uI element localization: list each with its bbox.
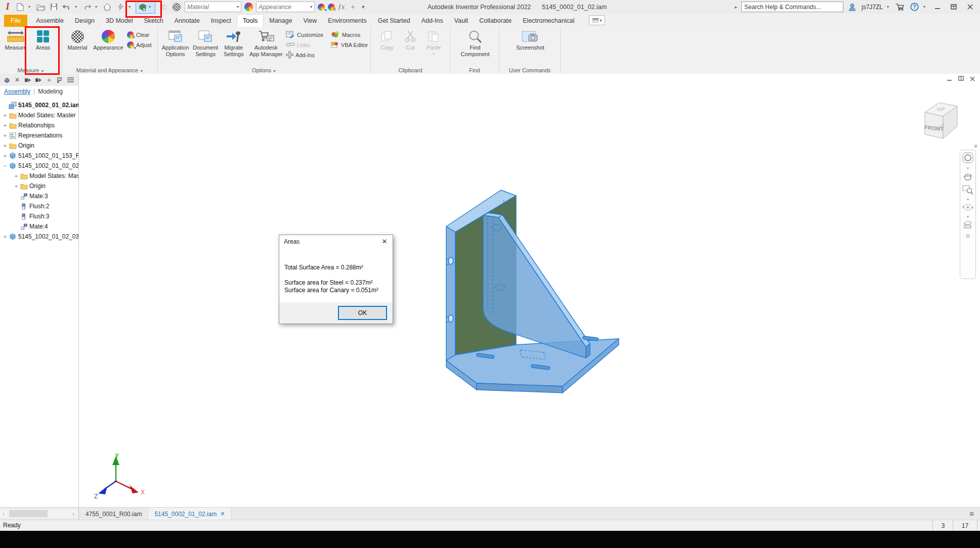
navbar-close-icon[interactable]: ⊗ [973, 144, 977, 149]
tree-item[interactable]: +Representations [0, 130, 78, 141]
open-folder-icon[interactable] [35, 2, 46, 12]
add-qat-command-icon[interactable]: ＋ [348, 2, 358, 12]
macros-button[interactable]: Macros [331, 31, 368, 39]
browser-menu-icon[interactable] [67, 76, 74, 83]
inventor-logo-icon[interactable]: I [3, 2, 12, 12]
browser-horizontal-scrollbar[interactable]: ‹ › [0, 509, 78, 518]
copy-appearance-icon[interactable]: ◂ [318, 4, 325, 11]
links-button[interactable]: Links [286, 41, 329, 49]
ribbon-tab-assemble[interactable]: Assemble [30, 15, 69, 27]
application-options-button[interactable]: Application Options [161, 29, 190, 57]
appearance-wheel-icon[interactable] [244, 3, 253, 11]
autodesk-app-manager-button[interactable]: Autodesk App Manager [248, 29, 284, 57]
appearance-button[interactable]: Appearance [92, 29, 125, 51]
tab-list-menu-icon[interactable]: ≡ [969, 510, 974, 518]
ribbon-tab-environments[interactable]: Environments [322, 15, 372, 27]
help-dropdown-icon[interactable]: ▾ [923, 5, 927, 9]
tree-item[interactable]: 5145_0002_01_02.iam [0, 100, 78, 110]
doc-minimize-icon[interactable] [947, 76, 952, 83]
restore-button[interactable] [948, 2, 960, 12]
customize-button[interactable]: Customize [286, 31, 329, 39]
tree-expander-icon[interactable]: + [2, 132, 8, 139]
graphics-viewport[interactable]: TOP FRONT RIGHT ⊗ ▾ ▾ ▾ ⊖ [79, 74, 980, 507]
pan-hand-icon[interactable] [963, 171, 973, 183]
cut-button[interactable]: Cut [400, 29, 420, 51]
areas-dialog-close-icon[interactable]: ✕ [377, 236, 392, 247]
help-icon[interactable]: ? [909, 2, 919, 12]
store-cart-icon[interactable] [895, 2, 905, 12]
tree-item[interactable]: +Model States: Master [0, 110, 78, 120]
new-file-icon[interactable] [15, 2, 25, 12]
find-component-button[interactable]: Find Component [457, 29, 493, 57]
user-avatar-icon[interactable] [847, 2, 858, 12]
material-button[interactable]: Material [65, 29, 90, 51]
undo-icon[interactable] [62, 2, 72, 12]
tree-expander-icon[interactable]: + [2, 112, 8, 118]
copy-button[interactable]: Copy [376, 29, 398, 51]
parameters-fx-icon[interactable]: ƒx [338, 3, 345, 11]
doc-close-icon[interactable] [970, 76, 975, 83]
migrate-settings-button[interactable]: Migrate Settings [221, 29, 246, 57]
home-icon[interactable] [102, 2, 112, 12]
iproperties-icon[interactable] [115, 2, 125, 12]
doc-restore-icon[interactable] [958, 76, 964, 83]
scroll-left-icon[interactable]: ‹ [0, 511, 7, 517]
appearance-combo[interactable]: Appearance▾ [256, 2, 315, 12]
ribbon-tab-electromechanical[interactable]: Electromechanical [517, 15, 580, 27]
browser-tab-assembly[interactable]: Assembly [4, 88, 30, 95]
orbit-dropdown-icon[interactable]: ▾ [967, 215, 969, 218]
tree-item[interactable]: +5145_1002_01_02_03: [0, 232, 78, 242]
new-file-dropdown-icon[interactable]: ▾ [28, 5, 32, 9]
vba-editor-button[interactable]: VBA Editor [331, 41, 368, 49]
tree-item[interactable]: +Origin [0, 141, 78, 151]
material-sphere-icon[interactable] [172, 2, 182, 12]
clear-appearance-icon[interactable]: ✕ [328, 4, 335, 11]
panel-label-material-appearance[interactable]: Material and Appearance ▼ [62, 67, 157, 73]
tree-expander-icon[interactable]: + [2, 122, 8, 128]
browser-filter-forward-icon[interactable] [24, 76, 31, 83]
tree-item[interactable]: +Model States: Master [0, 171, 78, 181]
tree-item[interactable]: −5145_1002_01_02_02: [0, 161, 78, 171]
browser-box-icon[interactable] [3, 76, 10, 83]
tree-expander-icon[interactable]: + [13, 173, 19, 179]
minimize-button[interactable] [931, 2, 944, 12]
tree-expander-icon[interactable]: + [2, 234, 8, 240]
tree-item[interactable]: Flush:2 [0, 201, 78, 211]
browser-close-icon[interactable]: ✕ [14, 76, 21, 83]
tree-item[interactable]: +Relationships [0, 120, 78, 130]
save-icon[interactable] [49, 2, 59, 12]
ribbon-tab-inspect[interactable]: Inspect [205, 15, 237, 27]
viewcube[interactable]: TOP FRONT RIGHT [917, 96, 965, 144]
adjust-button[interactable]: ◂Adjust [127, 41, 152, 49]
scrollbar-thumb[interactable] [9, 510, 48, 517]
undo-dropdown-icon[interactable]: ▾ [75, 5, 79, 9]
close-button[interactable] [964, 2, 976, 12]
ribbon-tab-manage[interactable]: Manage [264, 15, 297, 27]
user-dropdown-icon[interactable]: ▾ [887, 5, 891, 9]
navigation-wheel-icon[interactable] [962, 152, 973, 165]
ribbon-tab-tools[interactable]: Tools [237, 14, 264, 27]
search-expand-icon[interactable]: ▸ [735, 5, 737, 10]
add-ins-button[interactable]: Add-Ins [286, 51, 329, 59]
ribbon-tab-add-ins[interactable]: Add-Ins [416, 15, 449, 27]
navbar-dropdown-icon[interactable]: ▾ [967, 166, 969, 170]
tree-expander-icon[interactable]: − [2, 163, 8, 169]
orbit-icon[interactable] [962, 203, 973, 213]
ribbon-tab-view[interactable]: View [297, 15, 322, 27]
tree-item[interactable]: +Origin [0, 181, 78, 191]
ribbon-display-options-button[interactable]: ▾ [589, 15, 605, 25]
clear-button[interactable]: ✕Clear [127, 31, 152, 39]
ok-button[interactable]: OK [338, 306, 387, 320]
ribbon-tab-annotate[interactable]: Annotate [169, 15, 205, 27]
document-tab-close-icon[interactable]: ✕ [220, 511, 225, 517]
browser-add-icon[interactable]: ＋ [46, 76, 53, 83]
tree-item[interactable]: Flush:3 [0, 211, 78, 221]
browser-tab-modeling[interactable]: Modeling [38, 88, 63, 95]
tree-expander-icon[interactable]: + [13, 183, 19, 189]
browser-pin-icon[interactable] [56, 76, 63, 83]
tree-item[interactable]: Mate:4 [0, 221, 78, 232]
tree-item[interactable]: Mate:3 [0, 191, 78, 201]
scroll-right-icon[interactable]: › [70, 511, 77, 517]
panel-label-options[interactable]: Options ▼ [158, 67, 370, 73]
material-combo[interactable]: Material▾ [185, 2, 241, 12]
